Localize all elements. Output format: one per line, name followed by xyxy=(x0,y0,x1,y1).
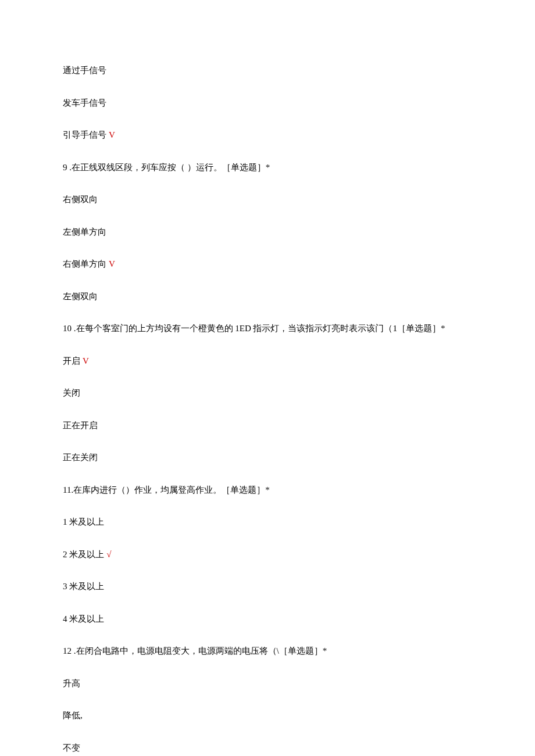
option-q9-c: 右侧单方向V xyxy=(63,257,472,271)
correct-mark-icon: V xyxy=(83,356,89,366)
option-text: 2 米及以上 xyxy=(63,550,104,559)
question-text: 10 .在每个客室门的上方均设有一个橙黄色的 1ED 指示灯，当该指示灯亮时表示… xyxy=(63,324,445,333)
correct-mark-icon: √ xyxy=(106,550,111,559)
option-text: 正在关闭 xyxy=(63,453,98,462)
option-q9-b: 左侧单方向 xyxy=(63,225,472,239)
option-text: 不变 xyxy=(63,743,80,753)
option-text: 正在开启 xyxy=(63,421,98,430)
option-q10-d: 正在关闭 xyxy=(63,451,472,464)
option-text: 右侧双向 xyxy=(63,195,98,204)
question-9: 9 .在正线双线区段，列车应按（ ）运行。［单选题］* xyxy=(63,161,472,174)
option-text: 右侧单方向 xyxy=(63,259,106,268)
option-q10-b: 关闭 xyxy=(63,386,472,400)
option-text: 1 米及以上 xyxy=(63,517,104,526)
option-q11-a: 1 米及以上 xyxy=(63,515,472,529)
option-q8-b: 发车手信号 xyxy=(63,96,472,110)
correct-mark-icon: V xyxy=(109,259,115,268)
question-text: 12 .在闭合电路中，电源电阻变大，电源两端的电压将（\［单选题］* xyxy=(63,646,327,655)
option-q9-a: 右侧双向 xyxy=(63,193,472,206)
option-q11-d: 4 米及以上 xyxy=(63,612,472,626)
option-q12-c: 不变 xyxy=(63,741,472,755)
option-text: 升高 xyxy=(63,679,80,688)
option-q12-a: 升高 xyxy=(63,677,472,690)
option-q8-a: 通过手信号 xyxy=(63,64,472,77)
option-text: 关闭 xyxy=(63,388,80,397)
option-text: 3 米及以上 xyxy=(63,582,104,591)
option-q10-c: 正在开启 xyxy=(63,419,472,432)
option-q9-d: 左侧双向 xyxy=(63,290,472,303)
option-q11-c: 3 米及以上 xyxy=(63,580,472,593)
option-q12-b: 降低, xyxy=(63,709,472,722)
option-q10-a: 开启V xyxy=(63,354,472,368)
option-text: 降低, xyxy=(63,711,83,720)
option-text: 发车手信号 xyxy=(63,98,106,108)
option-q8-c: 引导手信号V xyxy=(63,128,472,142)
option-text: 通过手信号 xyxy=(63,66,106,75)
question-12: 12 .在闭合电路中，电源电阻变大，电源两端的电压将（\［单选题］* xyxy=(63,644,472,658)
option-text: 左侧双向 xyxy=(63,292,98,301)
option-text: 开启 xyxy=(63,356,80,366)
question-text: 11.在库内进行（）作业，均属登高作业。［单选题］* xyxy=(63,485,270,495)
option-text: 4 米及以上 xyxy=(63,614,104,624)
question-10: 10 .在每个客室门的上方均设有一个橙黄色的 1ED 指示灯，当该指示灯亮时表示… xyxy=(63,322,472,335)
option-q11-b: 2 米及以上√ xyxy=(63,548,472,561)
option-text: 左侧单方向 xyxy=(63,227,106,237)
correct-mark-icon: V xyxy=(109,130,115,139)
question-11: 11.在库内进行（）作业，均属登高作业。［单选题］* xyxy=(63,483,472,497)
option-text: 引导手信号 xyxy=(63,130,106,139)
question-text: 9 .在正线双线区段，列车应按（ ）运行。［单选题］* xyxy=(63,163,270,172)
